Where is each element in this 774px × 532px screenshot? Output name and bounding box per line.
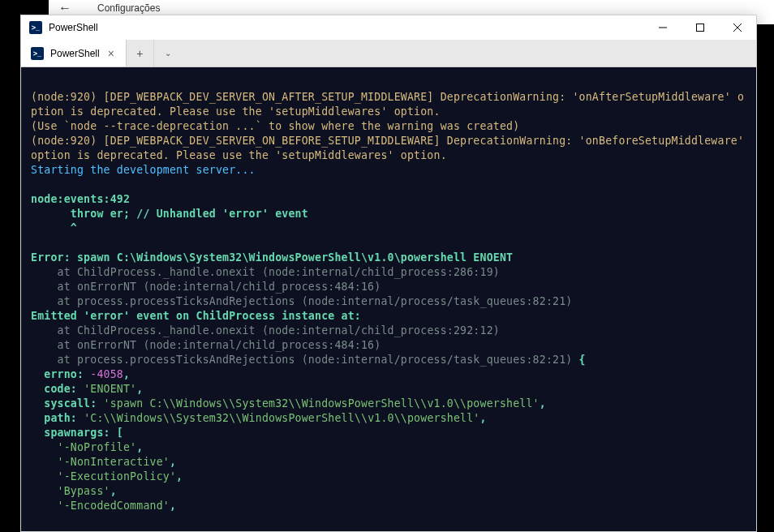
terminal-line: node:events:492 xyxy=(31,193,130,205)
minimize-button[interactable] xyxy=(644,15,682,40)
terminal-key: code: xyxy=(31,383,84,395)
tab-label: PowerShell xyxy=(50,48,100,59)
titlebar-left: >_ PowerShell xyxy=(29,21,98,34)
powershell-window: >_ PowerShell >_ PowerShell × + ⌄ (no xyxy=(20,15,757,532)
terminal-output[interactable]: (node:920) [DEP_WEBPACK_DEV_SERVER_ON_AF… xyxy=(21,67,756,531)
terminal-comma: , xyxy=(540,397,546,410)
terminal-line: at ChildProcess._handle.onexit (node:int… xyxy=(31,324,500,337)
tab-dropdown-button[interactable]: ⌄ xyxy=(154,40,182,66)
terminal-val: 'C:\\Windows\\System32\\WindowsPowerShel… xyxy=(84,412,479,424)
terminal-line: Starting the development server... xyxy=(31,164,256,176)
terminal-line: ^ xyxy=(31,222,77,234)
tab-close-button[interactable]: × xyxy=(106,47,116,60)
terminal-arg: '-NoProfile' xyxy=(31,441,136,453)
bg-window-title: Configurações xyxy=(97,2,160,14)
terminal-val: 'ENOENT' xyxy=(84,383,136,395)
window-title: PowerShell xyxy=(49,22,98,33)
terminal-key: errno: xyxy=(31,368,90,380)
terminal-key: path: xyxy=(31,412,84,424)
terminal-line: at process.processTicksAndRejections (no… xyxy=(31,295,572,307)
terminal-comma: , xyxy=(176,470,183,483)
terminal-line: (node:920) [DEP_WEBPACK_DEV_SERVER_ON_AF… xyxy=(31,91,744,118)
maximize-button[interactable] xyxy=(682,15,719,40)
terminal-comma: , xyxy=(170,500,176,512)
plus-icon: + xyxy=(136,47,143,60)
terminal-val: -4058 xyxy=(90,368,123,380)
powershell-icon: >_ xyxy=(31,47,44,60)
chevron-down-icon: ⌄ xyxy=(165,49,171,58)
terminal-val: 'spawn C:\\Windows\\System32\\WindowsPow… xyxy=(104,397,540,410)
maximize-icon xyxy=(696,24,704,32)
powershell-icon: >_ xyxy=(29,21,42,34)
terminal-arg: 'Bypass' xyxy=(31,485,110,497)
new-tab-button[interactable]: + xyxy=(127,40,154,66)
terminal-line: throw er; // Unhandled 'error' event xyxy=(31,208,308,220)
terminal-line: at process.processTicksAndRejections (no… xyxy=(31,354,579,366)
window-controls xyxy=(644,15,756,40)
terminal-line: (Use `node --trace-deprecation ...` to s… xyxy=(31,120,519,132)
terminal-bracket: [ xyxy=(117,427,123,439)
terminal-comma: , xyxy=(123,368,130,380)
terminal-key: spawnargs: xyxy=(31,427,117,439)
terminal-line: at onErrorNT (node:internal/child_proces… xyxy=(31,339,381,351)
titlebar: >_ PowerShell xyxy=(21,15,756,40)
terminal-line: Emitted 'error' event on ChildProcess in… xyxy=(31,310,361,322)
terminal-line: (node:920) [DEP_WEBPACK_DEV_SERVER_ON_BE… xyxy=(31,135,750,161)
tab-powershell[interactable]: >_ PowerShell × xyxy=(21,40,127,66)
terminal-key: syscall: xyxy=(31,397,104,410)
terminal-arg: '-EncodedCommand' xyxy=(31,500,170,512)
back-icon[interactable]: ← xyxy=(58,1,71,15)
terminal-line: at ChildProcess._handle.onexit (node:int… xyxy=(31,266,500,278)
terminal-comma: , xyxy=(136,383,143,395)
tabbar: >_ PowerShell × + ⌄ xyxy=(21,40,756,67)
close-icon xyxy=(733,24,742,32)
terminal-comma: , xyxy=(136,441,143,453)
terminal-comma: , xyxy=(480,412,487,424)
terminal-line: at onErrorNT (node:internal/child_proces… xyxy=(31,281,381,293)
terminal-comma: , xyxy=(170,456,176,468)
terminal-brace: { xyxy=(579,354,586,366)
close-button[interactable] xyxy=(719,15,756,40)
terminal-arg: '-NonInteractive' xyxy=(31,456,170,468)
terminal-arg: '-ExecutionPolicy' xyxy=(31,470,176,483)
terminal-comma: , xyxy=(110,485,117,497)
svg-rect-1 xyxy=(697,24,704,32)
minimize-icon xyxy=(659,24,667,32)
terminal-line: Error: spawn C:\Windows\System32\Windows… xyxy=(31,251,513,264)
